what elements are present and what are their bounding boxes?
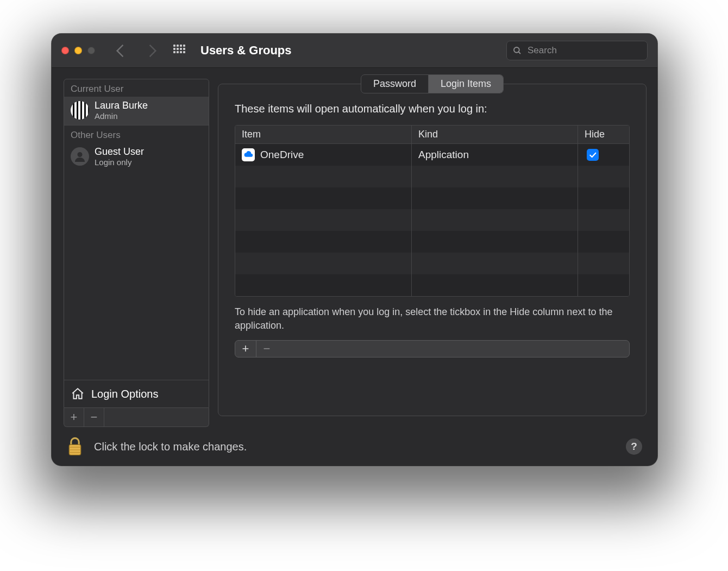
panel-help-text: To hide an application when you log in, … bbox=[235, 305, 630, 332]
search-field[interactable] bbox=[506, 41, 648, 60]
avatar-icon bbox=[71, 101, 89, 120]
lock-hint-text: Click the lock to make changes. bbox=[94, 441, 247, 453]
sidebar-section-current: Current User bbox=[64, 79, 209, 97]
window-controls bbox=[61, 47, 95, 54]
sidebar-section-other: Other Users bbox=[64, 126, 209, 143]
hide-checkbox[interactable] bbox=[587, 149, 599, 161]
column-kind[interactable]: Kind bbox=[411, 126, 578, 143]
svg-point-0 bbox=[514, 47, 519, 53]
table-row-empty bbox=[235, 187, 629, 209]
login-items-plusminus: + − bbox=[235, 340, 630, 357]
panel-intro: These items will open automatically when… bbox=[235, 103, 630, 115]
svg-line-1 bbox=[518, 52, 520, 54]
tab-password[interactable]: Password bbox=[361, 75, 429, 93]
nav-arrows bbox=[118, 46, 155, 55]
column-item[interactable]: Item bbox=[235, 126, 411, 143]
close-window-button[interactable] bbox=[61, 47, 69, 54]
svg-point-2 bbox=[78, 152, 83, 157]
house-icon bbox=[71, 387, 85, 401]
tab-login-items[interactable]: Login Items bbox=[429, 75, 503, 93]
users-sidebar: Current User Laura Burke Admin Other Use… bbox=[52, 68, 209, 427]
table-row-empty bbox=[235, 209, 629, 231]
user-name: Guest User bbox=[95, 146, 144, 158]
sidebar-user-guest[interactable]: Guest User Login only bbox=[64, 143, 209, 171]
show-all-preferences-button[interactable] bbox=[173, 45, 185, 57]
titlebar: Users & Groups bbox=[52, 34, 657, 68]
item-name: OneDrive bbox=[260, 149, 304, 161]
table-row-empty bbox=[235, 231, 629, 253]
table-row[interactable]: OneDriveApplication bbox=[235, 144, 629, 166]
item-kind: Application bbox=[418, 149, 469, 161]
tab-group: Password Login Items bbox=[361, 74, 504, 93]
avatar-icon bbox=[71, 147, 89, 166]
login-options-label: Login Options bbox=[91, 388, 158, 400]
add-login-item-button[interactable]: + bbox=[235, 341, 256, 357]
login-items-table: Item Kind Hide OneDriveApplication bbox=[235, 125, 630, 297]
user-role: Login only bbox=[95, 158, 144, 167]
preferences-window: Users & Groups Current User Laura Burke … bbox=[52, 34, 657, 466]
remove-login-item-button[interactable]: − bbox=[256, 341, 277, 357]
table-row-empty bbox=[235, 166, 629, 187]
table-row-empty bbox=[235, 274, 629, 296]
add-user-button[interactable]: + bbox=[64, 408, 84, 426]
help-button[interactable]: ? bbox=[626, 438, 642, 455]
user-role: Admin bbox=[95, 111, 148, 121]
lock-icon[interactable] bbox=[67, 437, 83, 456]
sidebar-footer: + − bbox=[64, 408, 209, 427]
user-name: Laura Burke bbox=[95, 100, 148, 111]
onedrive-icon bbox=[242, 148, 255, 161]
forward-button[interactable] bbox=[143, 44, 156, 57]
search-icon bbox=[512, 46, 522, 55]
window-title: Users & Groups bbox=[200, 43, 292, 58]
window-footer: Click the lock to make changes. ? bbox=[52, 427, 657, 466]
zoom-window-button[interactable] bbox=[87, 47, 95, 54]
search-input[interactable] bbox=[526, 45, 642, 57]
login-items-panel: These items will open automatically when… bbox=[218, 84, 647, 416]
remove-user-button[interactable]: − bbox=[84, 408, 104, 426]
back-button[interactable] bbox=[116, 44, 129, 57]
minimize-window-button[interactable] bbox=[74, 47, 82, 54]
table-row-empty bbox=[235, 253, 629, 274]
login-options-button[interactable]: Login Options bbox=[64, 380, 209, 407]
table-header: Item Kind Hide bbox=[235, 126, 629, 144]
sidebar-user-current[interactable]: Laura Burke Admin bbox=[64, 97, 209, 125]
column-hide[interactable]: Hide bbox=[578, 126, 629, 143]
